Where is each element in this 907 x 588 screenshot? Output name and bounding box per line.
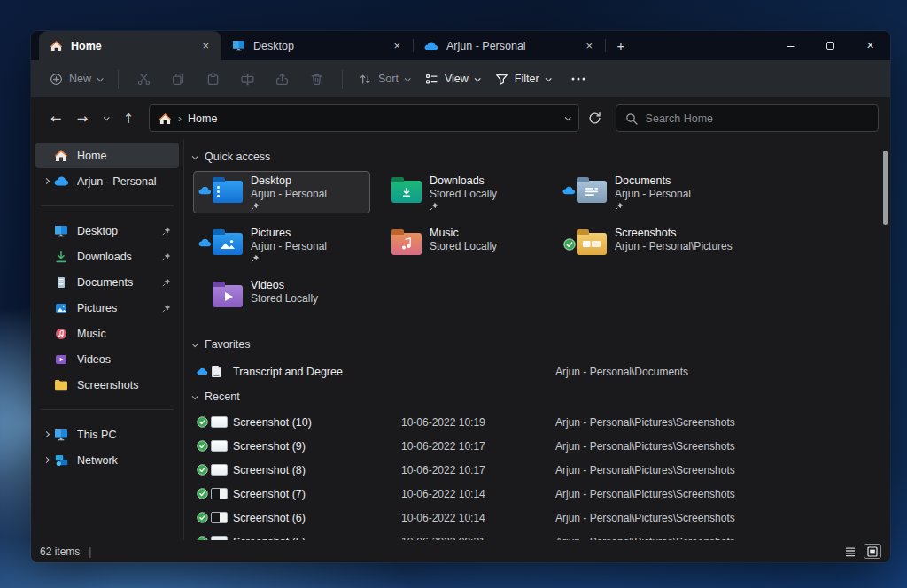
large-thumbnails-view-toggle[interactable] bbox=[864, 544, 881, 559]
address-dropdown-icon[interactable] bbox=[564, 114, 570, 120]
recent-row[interactable]: Screenshot (8) 10-06-2022 10:17 Arjun - … bbox=[184, 458, 890, 482]
vertical-scrollbar-thumb[interactable] bbox=[883, 151, 888, 225]
recent-row[interactable]: Screenshot (7) 10-06-2022 10:14 Arjun - … bbox=[184, 482, 890, 506]
tab-arjun-personal[interactable]: Arjun - Personal × bbox=[414, 31, 605, 60]
document-file-icon bbox=[211, 365, 233, 378]
sidebar-item-downloads[interactable]: Downloads bbox=[35, 244, 179, 269]
breadcrumb-segment-home[interactable]: Home bbox=[188, 112, 217, 125]
sidebar-item-home[interactable]: Home bbox=[35, 143, 179, 168]
filter-icon bbox=[495, 73, 508, 86]
section-header-quick-access[interactable]: Quick access bbox=[184, 148, 890, 166]
copy-icon bbox=[172, 73, 185, 86]
close-tab-icon[interactable]: × bbox=[582, 39, 596, 52]
music-folder-icon bbox=[391, 233, 422, 255]
sidebar-item-documents[interactable]: Documents bbox=[35, 269, 179, 295]
synced-status-icon bbox=[197, 488, 211, 499]
cloud-status-icon bbox=[198, 186, 213, 195]
chevron-down-icon bbox=[474, 75, 480, 81]
chevron-right-icon[interactable] bbox=[40, 432, 53, 437]
section-header-recent[interactable]: Recent bbox=[184, 388, 890, 406]
tile-screenshots[interactable]: Screenshots Arjun - Personal\Pictures bbox=[557, 223, 734, 266]
paste-button[interactable] bbox=[196, 66, 230, 92]
close-tab-icon[interactable]: × bbox=[198, 39, 213, 52]
favorite-row-transcript[interactable]: Transcript and Degree Arjun - Personal\D… bbox=[184, 360, 890, 383]
tab-home[interactable]: Home × bbox=[39, 31, 221, 60]
cut-button[interactable] bbox=[127, 66, 161, 92]
folder-icon bbox=[53, 379, 69, 391]
sidebar-item-screenshots[interactable]: Screenshots bbox=[35, 372, 179, 398]
more-options-button[interactable] bbox=[563, 66, 593, 92]
maximize-button[interactable] bbox=[810, 31, 850, 59]
new-button[interactable]: New bbox=[42, 66, 110, 92]
downloads-folder-icon bbox=[391, 181, 422, 203]
pin-icon bbox=[162, 278, 171, 287]
tab-desktop[interactable]: Desktop × bbox=[221, 31, 413, 60]
pin-icon bbox=[615, 202, 691, 212]
search-input[interactable] bbox=[646, 112, 869, 125]
chevron-right-icon[interactable] bbox=[40, 458, 53, 462]
cloud-status-icon bbox=[198, 238, 213, 247]
sidebar-separator bbox=[41, 409, 174, 410]
status-bar: 62 items | bbox=[31, 540, 890, 562]
rename-icon bbox=[241, 73, 254, 86]
rename-button[interactable] bbox=[230, 66, 265, 92]
recent-row[interactable]: Screenshot (10) 10-06-2022 10:19 Arjun -… bbox=[184, 410, 890, 434]
up-button[interactable]: ↑ bbox=[115, 105, 142, 132]
share-icon bbox=[275, 73, 289, 86]
pin-icon bbox=[251, 202, 327, 212]
pin-icon bbox=[162, 304, 171, 313]
sort-button[interactable]: Sort bbox=[351, 66, 417, 92]
onedrive-cloud-icon bbox=[53, 176, 69, 186]
sidebar-item-videos[interactable]: Videos bbox=[35, 346, 179, 372]
tile-videos[interactable]: Videos Stored Locally bbox=[193, 275, 370, 318]
recent-row[interactable]: Screenshot (5) 10-06-2022 09:31 Arjun - … bbox=[184, 530, 890, 540]
address-bar[interactable]: › Home bbox=[149, 104, 579, 132]
chevron-down-icon bbox=[545, 75, 551, 81]
tile-pictures[interactable]: Pictures Arjun - Personal bbox=[193, 223, 370, 266]
command-bar: New bbox=[31, 60, 890, 97]
chevron-right-icon[interactable] bbox=[40, 179, 53, 183]
recent-row[interactable]: Screenshot (9) 10-06-2022 10:17 Arjun - … bbox=[184, 434, 890, 458]
delete-button[interactable] bbox=[299, 66, 334, 92]
sidebar-item-pictures[interactable]: Pictures bbox=[35, 295, 179, 321]
forward-button[interactable]: → bbox=[69, 105, 96, 132]
cut-icon bbox=[137, 73, 151, 86]
section-header-favorites[interactable]: Favorites bbox=[184, 336, 890, 353]
downloads-icon bbox=[53, 251, 69, 263]
copy-button[interactable] bbox=[161, 66, 196, 92]
pin-icon bbox=[162, 227, 171, 236]
desktop-icon bbox=[53, 225, 69, 237]
sidebar-item-network[interactable]: Network bbox=[35, 447, 179, 473]
sidebar-item-arjun-personal[interactable]: Arjun - Personal bbox=[35, 168, 179, 194]
home-icon bbox=[50, 40, 63, 52]
sidebar-item-this-pc[interactable]: This PC bbox=[35, 422, 179, 447]
music-icon bbox=[53, 328, 69, 340]
close-button[interactable]: × bbox=[850, 31, 890, 59]
tile-downloads[interactable]: Downloads Stored Locally bbox=[372, 171, 549, 213]
sidebar-item-music[interactable]: Music bbox=[35, 321, 179, 346]
home-icon bbox=[159, 112, 172, 125]
back-button[interactable]: ← bbox=[43, 105, 69, 132]
chevron-down-icon bbox=[405, 75, 411, 81]
cloud-status-icon bbox=[197, 368, 211, 375]
share-button[interactable] bbox=[265, 66, 299, 92]
tile-documents[interactable]: Documents Arjun - Personal bbox=[557, 171, 734, 213]
filter-button[interactable]: Filter bbox=[487, 66, 558, 92]
sidebar-separator bbox=[41, 205, 174, 206]
sidebar-item-desktop[interactable]: Desktop bbox=[35, 218, 179, 244]
tile-desktop[interactable]: Desktop Arjun - Personal bbox=[193, 171, 370, 213]
recent-locations-button[interactable] bbox=[96, 105, 115, 132]
recent-row[interactable]: Screenshot (6) 10-06-2022 10:14 Arjun - … bbox=[184, 506, 890, 530]
refresh-button[interactable] bbox=[588, 112, 601, 125]
minimize-button[interactable]: – bbox=[771, 31, 810, 59]
tile-music[interactable]: Music Stored Locally bbox=[372, 223, 549, 266]
view-button[interactable]: View bbox=[417, 66, 487, 92]
file-explorer-window: Home × Desktop × Arjun - Personal × + – … bbox=[31, 31, 890, 562]
chevron-down-icon bbox=[103, 114, 109, 120]
close-tab-icon[interactable]: × bbox=[390, 39, 404, 52]
pin-icon bbox=[251, 254, 327, 264]
details-view-toggle[interactable] bbox=[841, 544, 859, 559]
screenshot-thumbnail-icon bbox=[211, 440, 233, 452]
screenshot-thumbnail-icon bbox=[211, 536, 233, 540]
new-tab-button[interactable]: + bbox=[606, 31, 636, 60]
